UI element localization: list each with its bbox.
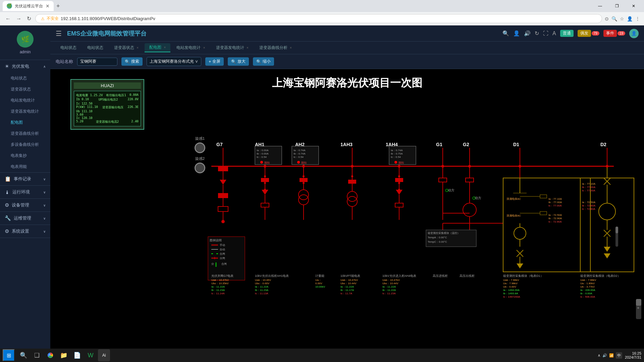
start-button[interactable]: ⊞ [3, 349, 15, 361]
sidebar-item-system[interactable]: ⚙ 系统设置 ∨ [0, 225, 50, 238]
scroll-indicator[interactable]: ≡ [636, 299, 641, 320]
tab-label: 配电图 [149, 45, 161, 50]
diagram-area[interactable]: 上海宝钢阿赛洛光伏项目一次图 HUAZI 电发电量 1.25.2V有功输出电压1… [50, 69, 644, 361]
tab-inverter-gen[interactable]: 逆变器发电统计 × [211, 44, 253, 52]
huazi-panel: HUAZI 电发电量 1.25.2V有功输出电压10.00A Ib 0.10UP… [70, 79, 144, 130]
active-tab[interactable]: 🌿 光伏运维云平台 ✕ [3, 1, 54, 11]
sidebar-item-inverter-curve[interactable]: 逆变器曲线分析 [0, 128, 50, 139]
bookmark-icon[interactable]: ☆ [620, 16, 624, 21]
zoom-out-button[interactable]: 🔍 缩小 [253, 57, 274, 66]
svg-text:Ib：11.17A: Ib：11.17A [340, 289, 354, 292]
tab-close-icon[interactable]: × [164, 46, 166, 49]
fullscreen-icon[interactable]: ⛶ [543, 31, 548, 37]
sidebar-item-multi-curve[interactable]: 多设备曲线分析 [0, 139, 50, 150]
zoom-in-icon: 🔍 [231, 59, 236, 64]
zoom-icon[interactable]: 🔍 [611, 16, 617, 21]
refresh-icon[interactable]: ↻ [535, 30, 539, 37]
lang-indicator[interactable]: 中 [616, 352, 622, 359]
svg-marker-122 [604, 247, 610, 252]
svg-rect-44 [348, 180, 356, 184]
svg-text:1AH3: 1AH3 [340, 142, 353, 147]
menu-icon[interactable]: ⋮ [635, 16, 640, 21]
taskbar-taskview[interactable]: ❑ [31, 349, 43, 361]
svg-rect-215 [636, 299, 641, 306]
sidebar-item-distribution[interactable]: 配电图 [0, 117, 50, 128]
profile-icon[interactable]: 👤 [627, 16, 633, 21]
reload-btn[interactable]: ↻ [25, 14, 33, 23]
svg-text:箱变测控采集模块（电表D1）: 箱变测控采集模块（电表D1） [503, 274, 543, 278]
maximize-btn[interactable]: ❐ [609, 1, 625, 11]
tab-close-icon[interactable]: × [247, 46, 249, 50]
sub-label: 电表集抄 [11, 153, 27, 159]
back-btn[interactable]: ← [4, 14, 12, 23]
volume-icon[interactable]: 🔊 [524, 30, 531, 37]
svg-point-205 [264, 189, 266, 191]
svg-text:10kV光伏出线柜AH1电表: 10kV光伏出线柜AH1电表 [255, 274, 289, 278]
taskbar-ai[interactable]: Ai [98, 349, 110, 361]
taskbar-files[interactable]: 📄 [71, 349, 83, 361]
sidebar-item-ops[interactable]: 🔧 运维管理 ∨ [0, 212, 50, 225]
sidebar-item-inverter-gen[interactable]: 逆变器发电统计 [0, 106, 50, 117]
url-bar[interactable]: ⚠ 不安全 192.168.1.101:8090/PVWEB/Distribut… [35, 14, 602, 23]
tab-station-status2[interactable]: 电站状态 [83, 44, 108, 52]
tray-expand[interactable]: ∧ [598, 353, 600, 358]
tab-close-icon[interactable]: × [203, 46, 205, 50]
tab-inverter-status[interactable]: 逆变器状态 × [109, 44, 143, 52]
search-icon[interactable]: 🔍 [502, 30, 509, 37]
tab-distribution[interactable]: 配电图 × [145, 43, 170, 52]
tab-close-icon[interactable]: × [290, 46, 292, 50]
device-group: ⚙ 设备管理 ∨ [0, 199, 50, 212]
zoom-in-button[interactable]: 🔍 放大 [228, 57, 249, 66]
zoom-out-icon: 🔍 [256, 59, 261, 64]
forward-btn[interactable]: → [15, 14, 23, 23]
svg-text:Ic：77.00A: Ic：77.00A [582, 189, 595, 192]
sidebar-item-environment[interactable]: 🌡 运行环境 ∨ [0, 186, 50, 198]
content-area: 电站名称 🔍 搜索 上海宝钢阿赛洛分布式光 ∨ + 全屏 🔍 放大 [50, 54, 644, 361]
top-bar: ☰ EMS企业微电网能效管理平台 🔍 👤 🔊 ↻ ⛶ A 普通 偶发 79 事件… [50, 25, 644, 42]
tab-favicon: 🌿 [7, 3, 12, 9]
extension-icon[interactable]: ⊙ [605, 16, 609, 21]
tray-volume[interactable]: 🔊 [602, 353, 607, 358]
search-button[interactable]: 🔍 搜索 [121, 57, 143, 66]
fullscreen-button[interactable]: + 全屏 [205, 57, 224, 66]
tab-label: 逆变器发电统计 [216, 45, 244, 50]
svg-text:D1: D1 [513, 142, 519, 147]
sidebar-item-photovoltaic[interactable]: ☀ 光伏发电 ∧ [0, 60, 50, 73]
translate-icon[interactable]: A [552, 31, 556, 37]
minimize-btn[interactable]: — [592, 1, 608, 11]
address-bar: ← → ↻ ⚠ 不安全 192.168.1.101:8090/PVWEB/Dis… [0, 12, 644, 25]
sys-arrow: ∨ [43, 230, 46, 233]
svg-text:分: 分 [211, 262, 214, 265]
taskbar-chrome[interactable] [44, 349, 56, 361]
user-icon[interactable]: 👤 [513, 30, 520, 37]
user-avatar[interactable]: 👤 [629, 29, 639, 38]
svg-rect-21 [261, 178, 269, 182]
taskbar-search[interactable]: 🔍 [17, 349, 30, 361]
sidebar-item-events[interactable]: 📋 事件记录 ∨ [0, 173, 50, 185]
svg-text:脱扣: 脱扣 [398, 161, 404, 164]
sidebar-item-meter-read[interactable]: 电表集抄 [0, 150, 50, 161]
sidebar-item-meter-energy[interactable]: 电表用能 [0, 161, 50, 172]
tab-close-btn[interactable]: ✕ [46, 3, 50, 9]
tray-network[interactable]: 📶 [609, 353, 614, 358]
taskbar-explorer[interactable]: 📁 [58, 349, 70, 361]
sidebar-item-inverter-status[interactable]: 逆变器状态 [0, 84, 50, 95]
close-btn[interactable]: ✕ [626, 1, 641, 11]
station-dropdown[interactable]: 上海宝钢阿赛洛分布式光 ∨ [147, 57, 201, 66]
taskbar-word[interactable]: W [85, 349, 97, 361]
sidebar-item-station-gen[interactable]: 电站发电统计 [0, 95, 50, 106]
svg-point-207 [303, 182, 305, 184]
tab-close-icon[interactable]: × [137, 46, 139, 50]
env-group: 🌡 运行环境 ∨ [0, 186, 50, 199]
tab-station-status1[interactable]: 电站状态 [56, 44, 81, 52]
sidebar-item-device[interactable]: ⚙ 设备管理 ∨ [0, 199, 50, 212]
sidebar-item-station-status[interactable]: 电站状态 [0, 73, 50, 84]
tab-station-gen[interactable]: 电站发电统计 × [172, 44, 210, 52]
new-tab-button[interactable]: + [54, 3, 63, 10]
tab-inverter-curve[interactable]: 逆变器曲线分析 × [255, 44, 297, 52]
svg-text:Ia：0.00A: Ia：0.00A [257, 149, 269, 152]
station-input[interactable] [77, 58, 117, 66]
clock[interactable]: 16:25 2024/7/31 [625, 351, 641, 359]
sys-tray: ∧ 🔊 📶 中 [598, 352, 622, 359]
hamburger-menu[interactable]: ☰ [56, 29, 62, 38]
